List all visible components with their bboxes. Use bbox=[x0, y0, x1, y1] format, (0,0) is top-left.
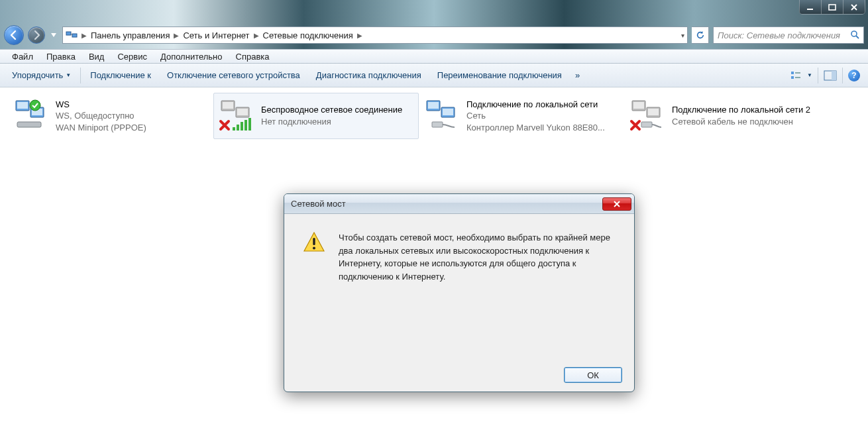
address-bar: ▶ Панель управления▶ Сеть и Интернет▶ Се… bbox=[0, 21, 868, 49]
svg-rect-18 bbox=[223, 102, 233, 109]
connection-status: WS, Общедоступно bbox=[56, 110, 146, 122]
svg-rect-2 bbox=[66, 32, 71, 35]
svg-rect-30 bbox=[432, 122, 443, 127]
connection-device: Контроллер Marvell Yukon 88E80... bbox=[466, 122, 605, 134]
menu-help[interactable]: Справка bbox=[229, 50, 276, 63]
connection-item[interactable]: Беспроводное сетевое соединение Нет подк… bbox=[213, 93, 419, 139]
breadcrumb-item[interactable]: Сеть и Интернет▶ bbox=[183, 30, 258, 40]
svg-rect-3 bbox=[72, 34, 77, 37]
menu-edit[interactable]: Правка bbox=[40, 50, 82, 63]
svg-rect-15 bbox=[17, 122, 41, 127]
svg-point-16 bbox=[30, 100, 40, 111]
svg-rect-5 bbox=[791, 72, 794, 74]
dialog-titlebar[interactable]: Сетевой мост bbox=[284, 194, 634, 214]
dialog-footer: ОК bbox=[284, 358, 634, 392]
svg-rect-10 bbox=[832, 71, 836, 80]
chevron-right-icon: ▶ bbox=[81, 32, 87, 39]
connections-list: WS WS, Общедоступно WAN Miniport (PPPOE) bbox=[0, 87, 868, 424]
close-button[interactable] bbox=[843, 0, 865, 15]
x-error-icon bbox=[629, 119, 641, 133]
svg-rect-6 bbox=[791, 76, 794, 79]
dialog-network-bridge: Сетевой мост Чтобы создать сетевой мост,… bbox=[284, 193, 635, 392]
svg-rect-32 bbox=[633, 102, 644, 109]
chevron-down-icon: ▼ bbox=[807, 72, 812, 78]
breadcrumb-label: Сеть и Интернет bbox=[183, 30, 249, 40]
window-titlebar bbox=[0, 0, 868, 21]
nav-history-dropdown[interactable] bbox=[49, 33, 58, 37]
chevron-right-icon: ▶ bbox=[254, 32, 259, 39]
minimize-button[interactable] bbox=[799, 0, 822, 15]
chevron-down-icon: ▼ bbox=[66, 72, 71, 78]
svg-rect-21 bbox=[233, 127, 235, 131]
connection-status: Сетевой кабель не подключен bbox=[672, 116, 810, 128]
svg-rect-23 bbox=[241, 122, 243, 131]
toolbar-overflow-button[interactable]: » bbox=[570, 68, 585, 83]
breadcrumb-label: Сетевые подключения bbox=[263, 30, 353, 40]
svg-rect-25 bbox=[248, 118, 251, 131]
warning-icon bbox=[303, 231, 327, 283]
breadcrumb-bar[interactable]: ▶ Панель управления▶ Сеть и Интернет▶ Се… bbox=[62, 26, 688, 44]
connection-icon bbox=[217, 95, 254, 132]
svg-rect-36 bbox=[313, 238, 315, 245]
menu-advanced[interactable]: Дополнительно bbox=[154, 50, 229, 63]
svg-rect-24 bbox=[244, 120, 247, 131]
breadcrumb-item[interactable]: Панель управления▶ bbox=[91, 30, 179, 40]
window-controls bbox=[799, 0, 865, 15]
disable-device-button[interactable]: Отключение сетевого устройства bbox=[159, 68, 308, 83]
search-icon bbox=[850, 30, 859, 41]
svg-rect-12 bbox=[17, 102, 28, 109]
svg-rect-8 bbox=[795, 77, 800, 78]
dialog-close-button[interactable] bbox=[602, 197, 631, 211]
connection-status: Сеть bbox=[466, 110, 605, 122]
search-placeholder: Поиск: Сетевые подключения bbox=[718, 30, 840, 40]
diagnose-button[interactable]: Диагностика подключения bbox=[308, 68, 429, 83]
help-button[interactable]: ? bbox=[844, 67, 864, 84]
svg-rect-29 bbox=[443, 109, 453, 115]
connection-device: WAN Miniport (PPPOE) bbox=[56, 122, 146, 134]
search-input[interactable]: Поиск: Сетевые подключения bbox=[713, 26, 864, 44]
connection-item[interactable]: Подключение по локальной сети 2 Сетевой … bbox=[624, 93, 830, 139]
svg-rect-20 bbox=[237, 109, 248, 115]
wifi-bars-icon bbox=[232, 118, 252, 133]
organize-label: Упорядочить bbox=[12, 70, 63, 80]
rename-button[interactable]: Переименование подключения bbox=[429, 68, 570, 83]
breadcrumb-label: Панель управления bbox=[91, 30, 170, 40]
forward-button[interactable] bbox=[28, 26, 45, 44]
separator bbox=[80, 68, 81, 83]
svg-rect-34 bbox=[648, 109, 659, 115]
svg-rect-22 bbox=[237, 125, 239, 131]
back-button[interactable] bbox=[4, 25, 24, 45]
network-connections-icon bbox=[66, 30, 78, 40]
separator bbox=[842, 68, 843, 83]
svg-point-4 bbox=[851, 31, 857, 36]
preview-pane-button[interactable] bbox=[820, 68, 841, 83]
help-icon: ? bbox=[848, 70, 860, 81]
menu-file[interactable]: Файл bbox=[5, 50, 40, 63]
maximize-button[interactable] bbox=[821, 0, 843, 15]
svg-rect-7 bbox=[795, 72, 800, 74]
dialog-body: Чтобы создать сетевой мост, необходимо в… bbox=[284, 214, 634, 290]
connection-item[interactable]: WS WS, Общедоступно WAN Miniport (PPPOE) bbox=[8, 93, 213, 139]
chevron-right-icon: ▶ bbox=[174, 32, 179, 39]
organize-button[interactable]: Упорядочить ▼ bbox=[4, 68, 79, 83]
view-mode-button[interactable]: ▼ bbox=[787, 68, 816, 83]
menu-tools[interactable]: Сервис bbox=[111, 50, 154, 63]
address-dropdown-icon[interactable]: ▾ bbox=[681, 32, 684, 39]
menu-view[interactable]: Вид bbox=[82, 50, 111, 63]
refresh-button[interactable] bbox=[692, 26, 709, 44]
connection-icon bbox=[12, 95, 49, 132]
chevron-right-icon: ▶ bbox=[357, 32, 362, 39]
x-error-icon bbox=[219, 119, 231, 133]
svg-rect-1 bbox=[829, 5, 836, 10]
svg-rect-0 bbox=[807, 9, 813, 10]
ok-button[interactable]: ОК bbox=[564, 367, 622, 383]
connection-item[interactable]: Подключение по локальной сети Сеть Контр… bbox=[419, 93, 624, 139]
svg-point-37 bbox=[313, 247, 315, 250]
dialog-message: Чтобы создать сетевой мост, необходимо в… bbox=[339, 231, 612, 283]
connect-button[interactable]: Подключение к bbox=[82, 68, 159, 83]
breadcrumb-item[interactable]: Сетевые подключения▶ bbox=[263, 30, 362, 40]
connection-name: Подключение по локальной сети bbox=[466, 99, 605, 111]
dialog-title: Сетевой мост bbox=[291, 199, 346, 209]
connection-name: Беспроводное сетевое соединение bbox=[261, 104, 402, 116]
separator bbox=[818, 68, 818, 83]
